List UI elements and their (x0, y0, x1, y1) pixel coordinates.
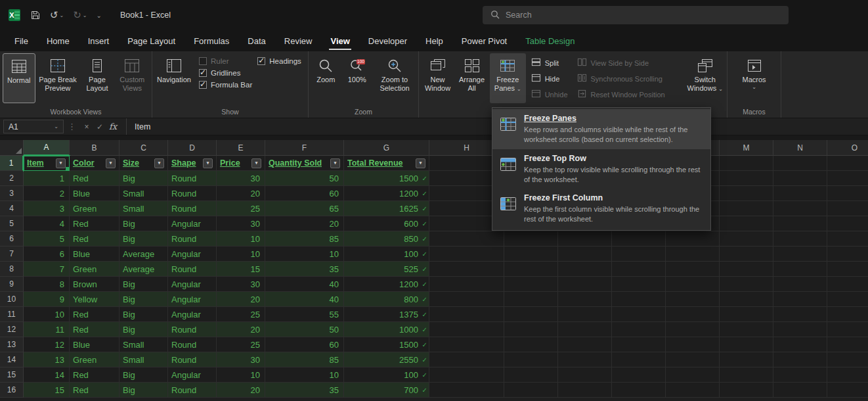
cell-E7[interactable]: 10 (217, 247, 265, 262)
cell-K16[interactable] (612, 383, 666, 398)
cell-M6[interactable] (720, 231, 773, 247)
view-side-by-side-button[interactable]: View Side by Side (575, 57, 684, 69)
cell-O5[interactable] (827, 216, 868, 231)
tab-insert[interactable]: Insert (79, 30, 119, 51)
cell-L9[interactable] (666, 277, 720, 292)
cell-O8[interactable] (827, 262, 868, 277)
cell-F16[interactable]: 35 (265, 383, 344, 398)
cell-M8[interactable] (720, 262, 773, 277)
cell-C14[interactable]: Small (119, 352, 168, 367)
cell-H7[interactable] (429, 247, 504, 262)
cell-F12[interactable]: 50 (265, 322, 344, 337)
cell-I14[interactable] (504, 352, 558, 367)
save-icon[interactable] (30, 10, 41, 20)
cell-F13[interactable]: 60 (265, 337, 344, 352)
cell-N16[interactable] (773, 383, 827, 398)
tab-data[interactable]: Data (238, 30, 274, 51)
cell-C12[interactable]: Big (119, 322, 168, 337)
cell-N15[interactable] (773, 367, 827, 383)
cell-H14[interactable] (429, 352, 504, 367)
cell-G12[interactable]: 1000✓ (344, 322, 429, 337)
cell-H11[interactable] (429, 307, 504, 322)
cell-I12[interactable] (504, 322, 558, 337)
tab-review[interactable]: Review (275, 30, 322, 51)
cell-I10[interactable] (504, 292, 558, 307)
cell-K7[interactable] (612, 247, 666, 262)
cell-F11[interactable]: 55 (265, 307, 344, 322)
tab-home[interactable]: Home (37, 30, 79, 51)
cell-B14[interactable]: Green (70, 352, 119, 367)
cell-K8[interactable] (612, 262, 666, 277)
cell-E10[interactable]: 20 (217, 292, 265, 307)
row-header-10[interactable]: 10 (0, 292, 24, 307)
cell-O15[interactable] (827, 367, 868, 383)
cell-F3[interactable]: 60 (265, 186, 344, 201)
cell-E16[interactable]: 20 (217, 383, 265, 398)
cancel-icon[interactable]: × (80, 122, 93, 131)
cell-O2[interactable] (827, 171, 868, 186)
cell-D14[interactable]: Round (168, 352, 217, 367)
row-header-9[interactable]: 9 (0, 277, 24, 292)
cell-E14[interactable]: 30 (217, 352, 265, 367)
cell-F2[interactable]: 50 (265, 171, 344, 186)
column-header-C[interactable]: C (119, 140, 168, 156)
cell-C7[interactable]: Average (119, 247, 168, 262)
cell-H9[interactable] (429, 277, 504, 292)
cell-M5[interactable] (720, 216, 773, 231)
cell-C4[interactable]: Small (119, 201, 168, 216)
name-box[interactable]: A1 ⌄ (3, 120, 64, 133)
cell-D7[interactable]: Angular (168, 247, 217, 262)
cell-C9[interactable]: Big (119, 277, 168, 292)
cell-A13[interactable]: 12 (24, 337, 70, 352)
quick-access-chevron-icon[interactable]: ⌄ (97, 12, 102, 19)
cell-C13[interactable]: Small (119, 337, 168, 352)
cell-I15[interactable] (504, 367, 558, 383)
cell-B7[interactable]: Blue (70, 247, 119, 262)
cell-B4[interactable]: Green (70, 201, 119, 216)
column-header-D[interactable]: D (168, 140, 217, 156)
row-header-5[interactable]: 5 (0, 216, 24, 231)
row-header-8[interactable]: 8 (0, 262, 24, 277)
cell-D15[interactable]: Angular (168, 367, 217, 383)
cell-B8[interactable]: Green (70, 262, 119, 277)
cell-E8[interactable]: 15 (217, 262, 265, 277)
filter-button-quantity-sold[interactable]: ▾ (330, 158, 340, 168)
cell-N4[interactable] (773, 201, 827, 216)
zoom-button[interactable]: Zoom (311, 53, 341, 103)
cell-M11[interactable] (720, 307, 773, 322)
cell-F10[interactable]: 40 (265, 292, 344, 307)
undo-icon[interactable]: ↺⌄ (50, 9, 64, 21)
cell-A6[interactable]: 5 (24, 231, 70, 247)
cell-D13[interactable]: Round (168, 337, 217, 352)
cell-C5[interactable]: Big (119, 216, 168, 231)
column-header-G[interactable]: G (344, 140, 429, 156)
row-header-2[interactable]: 2 (0, 171, 24, 186)
cell-G6[interactable]: 850✓ (344, 231, 429, 247)
cell-B13[interactable]: Blue (70, 337, 119, 352)
tab-file[interactable]: File (5, 30, 37, 51)
cell-D12[interactable]: Round (168, 322, 217, 337)
cell-N6[interactable] (773, 231, 827, 247)
fill-handle[interactable] (66, 167, 69, 170)
cell-G7[interactable]: 100✓ (344, 247, 429, 262)
cell-O4[interactable] (827, 201, 868, 216)
search-box[interactable]: Search (483, 6, 789, 24)
cell-J15[interactable] (558, 367, 612, 383)
cell-N2[interactable] (773, 171, 827, 186)
cell-H15[interactable] (429, 367, 504, 383)
row-header-1[interactable]: 1 (0, 156, 24, 171)
cell-M4[interactable] (720, 201, 773, 216)
cell-M3[interactable] (720, 186, 773, 201)
cell-J16[interactable] (558, 383, 612, 398)
cell-E5[interactable]: 30 (217, 216, 265, 231)
new-window-button[interactable]: New Window (422, 53, 454, 103)
row-header-6[interactable]: 6 (0, 231, 24, 247)
split-button[interactable]: Split (529, 57, 571, 69)
cell-F14[interactable]: 85 (265, 352, 344, 367)
cell-O7[interactable] (827, 247, 868, 262)
cell-J12[interactable] (558, 322, 612, 337)
cell-N7[interactable] (773, 247, 827, 262)
cell-D3[interactable]: Round (168, 186, 217, 201)
cell-H6[interactable] (429, 231, 504, 247)
cell-G13[interactable]: 1500✓ (344, 337, 429, 352)
